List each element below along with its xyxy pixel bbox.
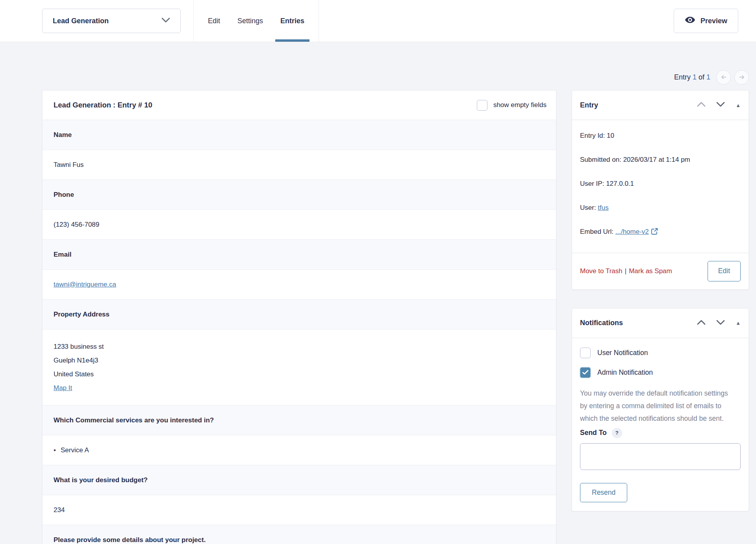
embed-url-link[interactable]: .../home-v2 xyxy=(615,228,658,235)
admin-notification-row[interactable]: Admin Notification xyxy=(580,367,741,378)
field-value: Tawni Fus xyxy=(54,161,84,168)
notifications-panel-body: User Notification Admin Notification You… xyxy=(572,338,749,511)
field-value: 234 xyxy=(54,506,65,514)
eye-icon xyxy=(685,15,695,27)
email-link[interactable]: tawni@intrigueme.ca xyxy=(54,281,116,288)
field-value-row: Tawni Fus xyxy=(43,150,556,180)
move-panel-down-button[interactable] xyxy=(716,320,725,327)
chevron-up-icon xyxy=(697,102,706,109)
field-label: Which Commercial services are you intere… xyxy=(54,416,214,424)
move-to-trash-link[interactable]: Move to Trash xyxy=(580,267,623,275)
top-bar: Lead Generation Edit Settings Entries Pr… xyxy=(0,0,756,42)
submitted-value: 2026/03/17 at 1:14 pm xyxy=(623,156,690,163)
pagination-current: 1 xyxy=(693,73,697,81)
tab-entries[interactable]: Entries xyxy=(280,0,304,42)
pagination-total: 1 xyxy=(706,73,710,81)
entry-id-row: Entry Id: 10 xyxy=(580,130,741,141)
entry-panel-footer: Move to Trash|Mark as Spam Edit xyxy=(572,253,749,289)
entry-panel-header: Entry xyxy=(572,91,749,120)
address-line: Guelph N1e4j3 xyxy=(54,353,545,367)
entry-actions: Move to Trash|Mark as Spam xyxy=(580,267,672,275)
tab-edit[interactable]: Edit xyxy=(208,0,220,42)
user-ip-label: User IP: xyxy=(580,180,604,187)
edit-button[interactable]: Edit xyxy=(708,261,741,281)
user-notification-label: User Notification xyxy=(597,349,648,357)
move-panel-up-button[interactable] xyxy=(697,102,706,109)
field-value: Service A xyxy=(54,446,89,454)
embed-url-label: Embed Url: xyxy=(580,228,613,235)
field-label: Name xyxy=(54,131,72,139)
field-value-row: 1233 business st Guelph N1e4j3 United St… xyxy=(43,329,556,405)
field-value-row: Service A xyxy=(43,435,556,465)
previous-entry-button[interactable] xyxy=(716,70,731,85)
entry-detail-header: Lead Generation : Entry # 10 show empty … xyxy=(43,91,556,120)
submitted-on-row: Submitted on: 2026/03/17 at 1:14 pm xyxy=(580,154,741,165)
user-row: User: tfus xyxy=(580,202,741,213)
panel-controls xyxy=(697,320,741,327)
chevron-down-icon xyxy=(161,17,170,24)
field-label-row: Phone xyxy=(43,180,556,210)
notifications-panel: Notifications xyxy=(572,308,749,512)
collapse-triangle-icon[interactable] xyxy=(736,102,741,108)
send-to-input[interactable] xyxy=(580,443,741,470)
tab-label: Entries xyxy=(280,17,304,25)
notifications-panel-title: Notifications xyxy=(580,319,623,327)
submitted-label: Submitted on: xyxy=(580,156,621,163)
entry-detail-title: Lead Generation : Entry # 10 xyxy=(54,101,152,109)
panel-controls xyxy=(697,102,741,109)
content-area: Entry 1 of 1 Lead Generation : Entry # 1… xyxy=(0,70,756,544)
mark-as-spam-link[interactable]: Mark as Spam xyxy=(629,267,672,275)
field-label-row: Which Commercial services are you intere… xyxy=(43,405,556,435)
entry-detail-card: Lead Generation : Entry # 10 show empty … xyxy=(42,90,556,544)
field-label: What is your desired budget? xyxy=(54,476,148,484)
arrow-left-icon xyxy=(721,73,727,81)
collapse-triangle-icon[interactable] xyxy=(736,320,741,326)
external-link-icon xyxy=(651,229,658,236)
entry-panel-title: Entry xyxy=(580,101,598,109)
field-label: Email xyxy=(54,251,71,258)
address-line: 1233 business st xyxy=(54,340,545,353)
field-label-row: Please provide some details about your p… xyxy=(43,525,556,544)
user-link[interactable]: tfus xyxy=(598,204,608,211)
address-line: United States xyxy=(54,367,545,381)
preview-button[interactable]: Preview xyxy=(674,9,738,33)
form-switcher-label: Lead Generation xyxy=(53,17,109,25)
user-notification-row[interactable]: User Notification xyxy=(580,348,741,358)
pagination-text: Entry 1 of 1 xyxy=(674,73,710,81)
resend-button[interactable]: Resend xyxy=(580,483,627,503)
field-value-row: (123) 456-7089 xyxy=(43,210,556,240)
notifications-help-text: You may override the default notificatio… xyxy=(580,387,736,425)
field-label: Phone xyxy=(54,191,74,198)
tab-label: Settings xyxy=(237,17,263,25)
show-empty-fields-checkbox[interactable] xyxy=(477,100,487,111)
chevron-down-icon xyxy=(716,320,725,327)
entry-panel-body: Entry Id: 10 Submitted on: 2026/03/17 at… xyxy=(572,120,749,253)
field-label-row: Email xyxy=(43,240,556,270)
field-label: Property Address xyxy=(54,311,109,318)
next-entry-button[interactable] xyxy=(734,70,749,85)
embed-url-text: .../home-v2 xyxy=(615,228,649,235)
map-it-link[interactable]: Map It xyxy=(54,384,72,392)
arrow-right-icon xyxy=(739,73,745,81)
chevron-down-icon xyxy=(716,102,725,109)
move-panel-up-button[interactable] xyxy=(697,320,706,327)
user-ip-row: User IP: 127.0.0.1 xyxy=(580,178,741,189)
move-panel-down-button[interactable] xyxy=(716,102,725,109)
user-label: User: xyxy=(580,204,596,211)
pagination-prefix: Entry xyxy=(674,73,691,81)
question-badge[interactable]: ? xyxy=(612,428,622,438)
entry-id-label: Entry Id: xyxy=(580,132,605,139)
form-tabs: Edit Settings Entries xyxy=(193,0,319,42)
user-notification-checkbox[interactable] xyxy=(580,348,591,358)
show-empty-fields-toggle[interactable]: show empty fields xyxy=(477,100,547,111)
pagination-separator: of xyxy=(699,73,704,81)
embed-url-row: Embed Url: .../home-v2 xyxy=(580,226,741,238)
form-switcher-dropdown[interactable]: Lead Generation xyxy=(42,9,181,33)
field-label: Please provide some details about your p… xyxy=(54,536,206,544)
send-to-label: Send To xyxy=(580,429,607,437)
tab-settings[interactable]: Settings xyxy=(237,0,263,42)
chevron-up-icon xyxy=(697,320,706,327)
send-to-row: Send To ? xyxy=(580,428,741,438)
field-value-row: 234 xyxy=(43,495,556,525)
admin-notification-checkbox[interactable] xyxy=(580,367,591,378)
